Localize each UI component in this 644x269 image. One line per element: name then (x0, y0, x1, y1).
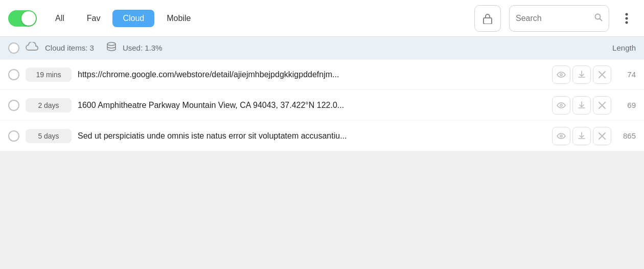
item-content-3: Sed ut perspiciatis unde omnis iste natu… (78, 131, 546, 141)
cloud-items-label: Cloud items: 3 (45, 43, 94, 52)
item-content-1: https://chrome.google.com/webstore/detai… (78, 70, 546, 79)
item-actions-2 (552, 96, 611, 115)
download-button-2[interactable] (572, 96, 591, 115)
more-button[interactable] (617, 5, 636, 32)
item-content-2: 1600 Amphitheatre Parkway Mountain View,… (78, 101, 546, 110)
tab-all[interactable]: All (45, 10, 75, 27)
cloud-bar: Cloud items: 3 Used: 1.3% Length (0, 37, 644, 59)
more-icon (625, 12, 628, 25)
item-length-1: 74 (617, 70, 636, 79)
item-checkbox-1[interactable] (8, 69, 19, 80)
lock-button[interactable] (474, 5, 501, 32)
delete-button-1[interactable] (593, 65, 611, 84)
item-time-1: 19 mins (26, 68, 72, 82)
tab-fav[interactable]: Fav (77, 10, 111, 27)
search-icon (594, 13, 603, 24)
tab-cloud[interactable]: Cloud (112, 10, 154, 27)
used-label: Used: 1.3% (123, 43, 163, 52)
item-actions-3 (552, 127, 611, 145)
search-container (509, 5, 609, 32)
cloud-bar-checkbox[interactable] (8, 42, 19, 54)
list-item: 5 days Sed ut perspiciatis unde omnis is… (0, 121, 644, 151)
item-checkbox-3[interactable] (8, 130, 19, 142)
svg-point-10 (560, 104, 562, 106)
item-time-2: 2 days (26, 98, 72, 113)
toggle-switch[interactable] (8, 10, 37, 27)
view-button-3[interactable] (552, 127, 570, 145)
item-length-3: 865 (617, 131, 636, 140)
download-button-1[interactable] (572, 65, 591, 84)
cloud-icon (26, 42, 39, 54)
view-button-2[interactable] (552, 96, 570, 115)
delete-button-3[interactable] (593, 127, 611, 145)
list-container: 19 mins https://chrome.google.com/websto… (0, 59, 644, 151)
length-header: Length (612, 43, 636, 52)
item-checkbox-2[interactable] (8, 100, 19, 111)
database-icon (106, 42, 117, 54)
item-actions-1 (552, 65, 611, 84)
svg-point-13 (560, 135, 562, 137)
svg-line-2 (600, 18, 602, 20)
tab-mobile[interactable]: Mobile (156, 10, 201, 27)
list-item: 2 days 1600 Amphitheatre Parkway Mountai… (0, 90, 644, 121)
view-button-1[interactable] (552, 65, 570, 84)
top-bar: All Fav Cloud Mobile (0, 0, 644, 37)
svg-point-7 (560, 74, 562, 76)
item-time-3: 5 days (26, 129, 72, 143)
list-item: 19 mins https://chrome.google.com/websto… (0, 59, 644, 90)
svg-point-6 (107, 42, 116, 46)
lock-icon (482, 13, 493, 24)
search-input[interactable] (516, 14, 590, 23)
nav-tabs: All Fav Cloud Mobile (45, 10, 201, 27)
svg-rect-0 (484, 18, 492, 24)
svg-point-3 (626, 13, 628, 15)
svg-point-5 (626, 21, 628, 24)
delete-button-2[interactable] (593, 96, 611, 115)
svg-point-4 (626, 17, 628, 19)
item-length-2: 69 (617, 101, 636, 109)
download-button-3[interactable] (572, 127, 591, 145)
